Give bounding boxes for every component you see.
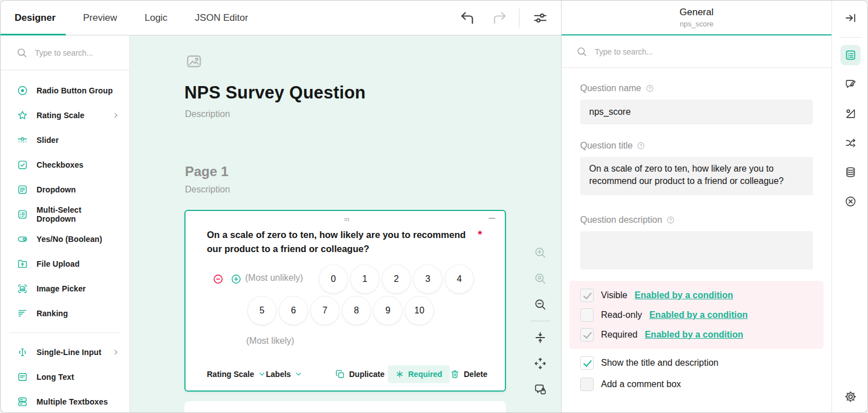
toolbox-item-radio-button-group[interactable]: Radio Button Group	[1, 78, 129, 103]
question-type-selector[interactable]: Rating Scale	[207, 365, 266, 383]
zoom-in-icon[interactable]	[531, 244, 549, 262]
toolbox-item-long-text[interactable]: Long Text	[1, 365, 129, 389]
condition-row-required: RequiredEnabled by a condition	[580, 325, 813, 344]
remove-scale-item-icon[interactable]	[213, 273, 224, 285]
condition-section: VisibleEnabled by a conditionRead-onlyEn…	[569, 281, 824, 349]
toolbox-item-slider[interactable]: Slider	[1, 128, 129, 152]
toolbox-divider	[10, 333, 120, 333]
toolbox-item-label: Multi-Select Dropdown	[37, 205, 120, 223]
labels-selector[interactable]: Labels	[266, 365, 302, 383]
help-icon[interactable]	[666, 216, 675, 225]
expand-move-icon[interactable]	[531, 354, 549, 372]
collapse-card-icon[interactable]	[487, 213, 497, 223]
question-title[interactable]: On a scale of zero to ten, how likely ar…	[207, 228, 480, 256]
scale-item-7[interactable]: 7	[310, 296, 340, 325]
logo-placeholder-icon[interactable]	[185, 52, 203, 70]
question-card[interactable]: On a scale of zero to ten, how likely ar…	[184, 210, 506, 392]
question-description-label: Question description	[580, 215, 662, 225]
chevron-right-icon[interactable]	[111, 348, 120, 357]
question-name-label: Question name	[580, 83, 641, 93]
toolbox-item-rating-scale[interactable]: Rating Scale	[1, 103, 129, 128]
toolbox-item-file-upload[interactable]: File Upload	[1, 252, 129, 276]
checkbox-required[interactable]	[580, 328, 594, 342]
scale-item-8[interactable]: 8	[342, 296, 371, 325]
condition-link-required[interactable]: Enabled by a condition	[645, 330, 743, 340]
lock-questions-icon[interactable]	[531, 380, 549, 398]
toolbox-item-ranking[interactable]: Ranking	[1, 301, 129, 326]
data-icon[interactable]	[840, 162, 861, 182]
chevron-right-icon[interactable]	[111, 111, 120, 120]
condition-link-read-only[interactable]: Enabled by a condition	[649, 310, 748, 320]
toggle-section: Show the title and descriptionAdd a comm…	[580, 352, 813, 395]
toolbox-item-checkboxes[interactable]: Checkboxes	[1, 152, 129, 177]
settings-gear-icon[interactable]	[844, 390, 857, 403]
collapse-panel-icon[interactable]	[840, 8, 861, 28]
zoom-actual-icon[interactable]	[531, 270, 549, 288]
toolbox-item-image-picker[interactable]: Image Picker	[1, 276, 129, 301]
toolbox-search-input[interactable]	[35, 48, 108, 57]
survey-title[interactable]: NPS Survey Question	[184, 83, 366, 103]
add-scale-item-icon[interactable]	[230, 273, 242, 285]
page-description[interactable]: Description	[185, 185, 230, 195]
clear-icon[interactable]	[840, 191, 861, 212]
zoom-out-icon[interactable]	[531, 295, 549, 313]
toolbox-item-yes-no-boolean[interactable]: Yes/No (Boolean)	[1, 227, 129, 252]
scale-item-5[interactable]: 5	[247, 296, 277, 325]
scale-max-label[interactable]: (Most likely)	[246, 336, 294, 346]
tab-list: DesignerPreviewLogicJSON Editor	[15, 1, 275, 35]
asterisk-icon	[395, 370, 404, 379]
drag-handle-icon[interactable]	[341, 213, 353, 226]
redo-icon[interactable]	[492, 10, 508, 26]
collapse-all-icon[interactable]	[531, 329, 549, 347]
condition-label: Visible	[601, 290, 627, 300]
logic-icon[interactable]	[840, 133, 861, 153]
toolbox-search[interactable]	[1, 35, 129, 70]
toolbox-item-multiple-textboxes[interactable]: Multiple Textboxes	[1, 389, 129, 412]
page-title[interactable]: Page 1	[185, 164, 228, 179]
scale-item-2[interactable]: 2	[382, 264, 411, 294]
checkbox-visible[interactable]	[580, 289, 594, 302]
toolbox-item-multi-select-dropdown[interactable]: Multi-Select Dropdown	[1, 202, 129, 227]
next-question-card[interactable]	[184, 401, 506, 412]
property-search-input[interactable]	[595, 47, 763, 56]
settings-sliders-icon[interactable]	[532, 10, 548, 26]
tab-json-editor[interactable]: JSON Editor	[195, 1, 248, 35]
help-icon[interactable]	[645, 84, 654, 93]
checkbox-add-a-comment-box[interactable]	[580, 378, 594, 391]
required-toggle-button[interactable]: Required	[388, 365, 450, 383]
tab-logic[interactable]: Logic	[144, 1, 168, 35]
checkbox-show-the-title-and-description[interactable]	[580, 356, 594, 370]
scale-item-9[interactable]: 9	[373, 296, 403, 325]
question-name-input[interactable]	[580, 100, 813, 124]
scale-item-0[interactable]: 0	[319, 264, 348, 294]
scale-item-6[interactable]: 6	[279, 296, 308, 325]
property-category-rail	[831, 1, 868, 412]
checkbox-read-only[interactable]	[580, 308, 594, 322]
undo-icon[interactable]	[459, 10, 475, 26]
scale-item-10[interactable]: 10	[405, 296, 434, 325]
scale-min-label[interactable]: (Most unlikely)	[245, 273, 303, 283]
boolean-icon	[17, 234, 28, 245]
theme-icon[interactable]	[840, 104, 861, 124]
required-label: Required	[408, 370, 442, 379]
chevron-down-icon	[295, 370, 302, 378]
delete-button[interactable]: Delete	[450, 365, 487, 383]
tab-designer[interactable]: Designer	[15, 1, 56, 35]
scale-item-3[interactable]: 3	[413, 264, 442, 294]
scale-item-1[interactable]: 1	[350, 264, 379, 294]
toolbox-item-label: Dropdown	[37, 185, 76, 194]
survey-description[interactable]: Description	[185, 109, 230, 119]
question-title-input[interactable]: On a scale of zero to ten, how likely ar…	[580, 157, 813, 195]
condition-link-visible[interactable]: Enabled by a condition	[635, 290, 733, 300]
toolbox-item-dropdown[interactable]: Dropdown	[1, 177, 129, 202]
scale-item-4[interactable]: 4	[445, 264, 474, 294]
tab-preview[interactable]: Preview	[83, 1, 117, 35]
question-description-input[interactable]	[580, 231, 813, 270]
duplicate-button[interactable]: Duplicate	[335, 365, 385, 383]
toolbox-item-single-line-input[interactable]: Single-Line Input	[1, 340, 129, 365]
comment-edit-icon[interactable]	[840, 74, 861, 95]
property-grid-icon[interactable]	[840, 45, 861, 65]
design-canvas: NPS Survey Question Description Page 1 D…	[130, 35, 561, 412]
help-icon[interactable]	[636, 141, 645, 150]
property-search[interactable]	[562, 35, 831, 68]
